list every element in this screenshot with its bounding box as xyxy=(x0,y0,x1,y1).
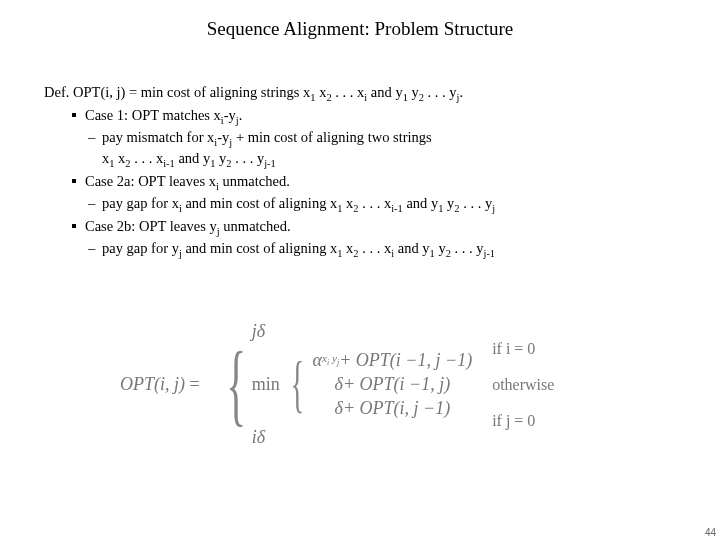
slide-body: Def. OPT(i, j) = min cost of aligning st… xyxy=(44,82,700,259)
formula-case-otherwise: min { αxi yj + OPT(i −1, j −1) δ + OPT(i… xyxy=(252,350,472,419)
case-1-detail: pay mismatch for xi-yj + min cost of ali… xyxy=(44,127,700,148)
slide-title: Sequence Alignment: Problem Structure xyxy=(0,18,720,40)
case-1-detail-cont: x1 x2 . . . xi-1 and y1 y2 . . . yj-1 xyxy=(44,148,700,169)
formula-conditions: if i = 0 otherwise if j = 0 xyxy=(492,340,554,430)
case-2b: Case 2b: OPT leaves yj unmatched. xyxy=(44,216,700,237)
case-1: Case 1: OPT matches xi-yj. xyxy=(44,105,700,126)
bullet-icon xyxy=(72,107,85,123)
case-2b-detail: pay gap for yj and min cost of aligning … xyxy=(44,238,700,259)
formula-case-i0: jδ xyxy=(252,321,472,342)
bullet-icon xyxy=(72,218,85,234)
case-2a-detail: pay gap for xi and min cost of aligning … xyxy=(44,193,700,214)
definition-line: Def. OPT(i, j) = min cost of aligning st… xyxy=(44,82,700,103)
case-2a: Case 2a: OPT leaves xi unmatched. xyxy=(44,171,700,192)
page-number: 44 xyxy=(705,527,716,538)
formula-cases: jδ min { αxi yj + OPT(i −1, j −1) δ + OP… xyxy=(252,315,472,454)
formula-lhs: OPT(i, j) = xyxy=(120,374,214,395)
inner-brace-icon: { xyxy=(290,362,304,407)
recurrence-formula: OPT(i, j) = { jδ min { αxi yj + OPT(i −1… xyxy=(120,315,600,454)
def-label: Def. xyxy=(44,84,69,100)
bullet-icon xyxy=(72,173,85,189)
formula-case-j0: iδ xyxy=(252,427,472,448)
def-text: OPT(i, j) = min cost of aligning strings… xyxy=(73,84,463,100)
left-brace-icon: { xyxy=(226,350,246,419)
